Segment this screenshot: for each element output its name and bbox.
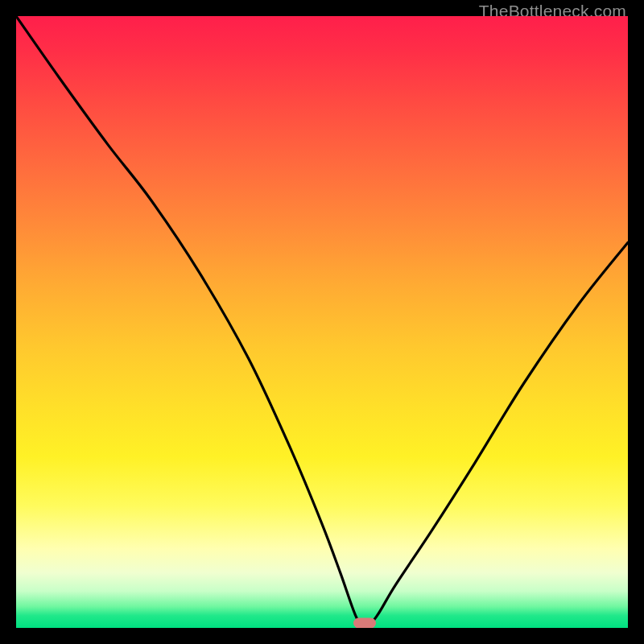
bottleneck-curve bbox=[16, 16, 628, 628]
chart-frame: TheBottleneck.com bbox=[0, 0, 644, 644]
optimal-marker bbox=[353, 617, 376, 628]
curve-path bbox=[16, 16, 628, 628]
plot-area bbox=[16, 16, 628, 628]
